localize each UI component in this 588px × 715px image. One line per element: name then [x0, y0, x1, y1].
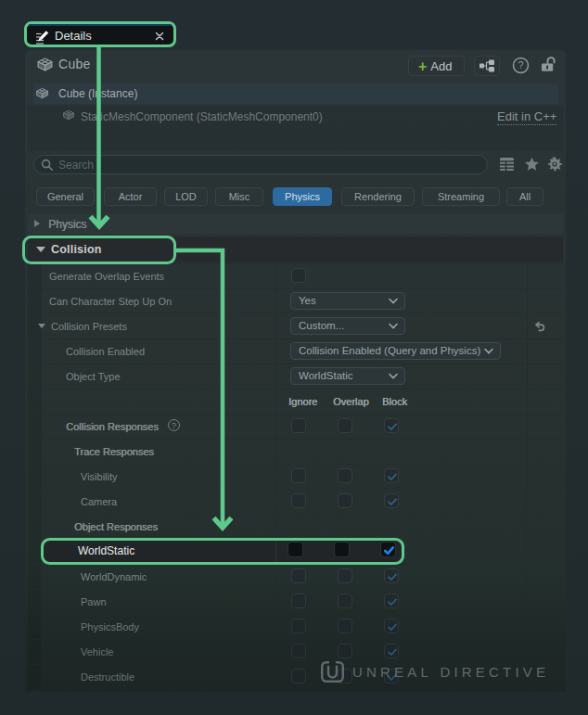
svg-text:?: ? [518, 59, 523, 70]
